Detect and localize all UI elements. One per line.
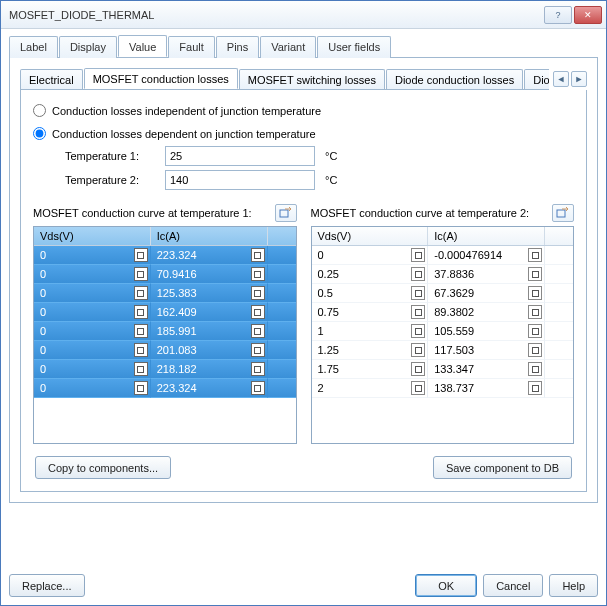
cell-edit-icon[interactable] xyxy=(411,286,425,300)
cell-ic[interactable]: 185.991 xyxy=(151,322,268,341)
table-row[interactable]: 0201.083 xyxy=(34,341,296,360)
temperature2-input[interactable] xyxy=(165,170,315,190)
table-row[interactable]: 0223.324 xyxy=(34,379,296,398)
save-to-db-button[interactable]: Save component to DB xyxy=(433,456,572,479)
cell-ic[interactable]: 162.409 xyxy=(151,303,268,322)
cell-edit-icon[interactable] xyxy=(134,343,148,357)
cell-ic[interactable]: 133.347 xyxy=(428,360,545,379)
cell-edit-icon[interactable] xyxy=(134,324,148,338)
table-row[interactable]: 0185.991 xyxy=(34,322,296,341)
cell-vds[interactable]: 1 xyxy=(312,322,429,341)
cell-edit-icon[interactable] xyxy=(251,324,265,338)
replace-button[interactable]: Replace... xyxy=(9,574,85,597)
cell-edit-icon[interactable] xyxy=(411,248,425,262)
cell-edit-icon[interactable] xyxy=(251,305,265,319)
cell-ic[interactable]: 37.8836 xyxy=(428,265,545,284)
cell-edit-icon[interactable] xyxy=(528,381,542,395)
table-row[interactable]: 0-0.000476914 xyxy=(312,246,574,265)
cancel-button[interactable]: Cancel xyxy=(483,574,543,597)
cell-edit-icon[interactable] xyxy=(134,267,148,281)
outer-tab-display[interactable]: Display xyxy=(59,36,117,58)
cell-edit-icon[interactable] xyxy=(134,248,148,262)
radio-dependent[interactable] xyxy=(33,127,46,140)
close-icon[interactable]: ✕ xyxy=(574,6,602,24)
inner-tab-mosfet-conduction-losses[interactable]: MOSFET conduction losses xyxy=(84,68,238,89)
cell-edit-icon[interactable] xyxy=(528,324,542,338)
cell-vds[interactable]: 0 xyxy=(34,322,151,341)
table-row[interactable]: 2138.737 xyxy=(312,379,574,398)
column-vds[interactable]: Vds(V) xyxy=(312,227,429,245)
cell-vds[interactable]: 1.75 xyxy=(312,360,429,379)
cell-vds[interactable]: 0 xyxy=(34,284,151,303)
cell-ic[interactable]: 105.559 xyxy=(428,322,545,341)
table-row[interactable]: 0125.383 xyxy=(34,284,296,303)
table-row[interactable]: 1.25117.503 xyxy=(312,341,574,360)
curve-right-grid[interactable]: Vds(V) Ic(A) 0-0.0004769140.2537.88360.5… xyxy=(311,226,575,444)
outer-tab-variant[interactable]: Variant xyxy=(260,36,316,58)
cell-edit-icon[interactable] xyxy=(134,381,148,395)
outer-tab-value[interactable]: Value xyxy=(118,35,167,57)
inner-tab-diode-switchi[interactable]: Diode switchi xyxy=(524,69,549,90)
table-row[interactable]: 0.2537.8836 xyxy=(312,265,574,284)
cell-edit-icon[interactable] xyxy=(528,248,542,262)
cell-vds[interactable]: 0 xyxy=(34,360,151,379)
outer-tab-pins[interactable]: Pins xyxy=(216,36,259,58)
cell-edit-icon[interactable] xyxy=(251,362,265,376)
cell-vds[interactable]: 2 xyxy=(312,379,429,398)
table-row[interactable]: 0223.324 xyxy=(34,246,296,265)
cell-vds[interactable]: 0 xyxy=(34,265,151,284)
cell-edit-icon[interactable] xyxy=(528,362,542,376)
cell-edit-icon[interactable] xyxy=(134,362,148,376)
table-row[interactable]: 1105.559 xyxy=(312,322,574,341)
cell-ic[interactable]: 70.9416 xyxy=(151,265,268,284)
cell-edit-icon[interactable] xyxy=(251,343,265,357)
help-titlebar-icon[interactable]: ? xyxy=(544,6,572,24)
column-ic[interactable]: Ic(A) xyxy=(428,227,545,245)
cell-vds[interactable]: 0.75 xyxy=(312,303,429,322)
curve-left-grid[interactable]: Vds(V) Ic(A) 0223.324070.94160125.383016… xyxy=(33,226,297,444)
cell-ic[interactable]: 117.503 xyxy=(428,341,545,360)
cell-ic[interactable]: 223.324 xyxy=(151,379,268,398)
cell-ic[interactable]: -0.000476914 xyxy=(428,246,545,265)
table-row[interactable]: 070.9416 xyxy=(34,265,296,284)
cell-vds[interactable]: 0.25 xyxy=(312,265,429,284)
cell-vds[interactable]: 1.25 xyxy=(312,341,429,360)
cell-vds[interactable]: 0 xyxy=(34,303,151,322)
table-row[interactable]: 0162.409 xyxy=(34,303,296,322)
curve-right-edit-icon[interactable] xyxy=(552,204,574,222)
cell-edit-icon[interactable] xyxy=(411,381,425,395)
cell-edit-icon[interactable] xyxy=(528,286,542,300)
cell-edit-icon[interactable] xyxy=(251,286,265,300)
cell-vds[interactable]: 0 xyxy=(34,379,151,398)
cell-ic[interactable]: 223.324 xyxy=(151,246,268,265)
table-row[interactable]: 0218.182 xyxy=(34,360,296,379)
cell-edit-icon[interactable] xyxy=(411,305,425,319)
cell-edit-icon[interactable] xyxy=(411,267,425,281)
cell-edit-icon[interactable] xyxy=(251,248,265,262)
cell-ic[interactable]: 67.3629 xyxy=(428,284,545,303)
curve-left-edit-icon[interactable] xyxy=(275,204,297,222)
cell-edit-icon[interactable] xyxy=(528,343,542,357)
help-button[interactable]: Help xyxy=(549,574,598,597)
outer-tab-user-fields[interactable]: User fields xyxy=(317,36,391,58)
table-row[interactable]: 0.7589.3802 xyxy=(312,303,574,322)
copy-to-components-button[interactable]: Copy to components... xyxy=(35,456,171,479)
cell-vds[interactable]: 0 xyxy=(34,246,151,265)
cell-edit-icon[interactable] xyxy=(411,324,425,338)
table-row[interactable]: 1.75133.347 xyxy=(312,360,574,379)
cell-edit-icon[interactable] xyxy=(134,286,148,300)
cell-ic[interactable]: 89.3802 xyxy=(428,303,545,322)
column-ic[interactable]: Ic(A) xyxy=(151,227,268,245)
cell-vds[interactable]: 0 xyxy=(312,246,429,265)
temperature1-input[interactable] xyxy=(165,146,315,166)
inner-tab-diode-conduction-losses[interactable]: Diode conduction losses xyxy=(386,69,523,90)
radio-independent[interactable] xyxy=(33,104,46,117)
cell-edit-icon[interactable] xyxy=(411,362,425,376)
column-vds[interactable]: Vds(V) xyxy=(34,227,151,245)
cell-edit-icon[interactable] xyxy=(134,305,148,319)
cell-edit-icon[interactable] xyxy=(528,305,542,319)
cell-edit-icon[interactable] xyxy=(528,267,542,281)
cell-edit-icon[interactable] xyxy=(251,267,265,281)
cell-edit-icon[interactable] xyxy=(251,381,265,395)
tab-scroll-right-icon[interactable]: ► xyxy=(571,71,587,87)
